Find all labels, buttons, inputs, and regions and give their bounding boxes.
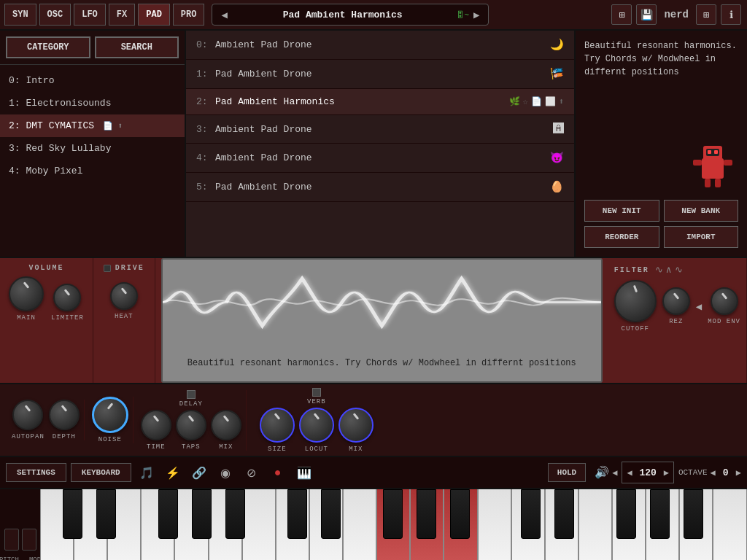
main-knob[interactable]	[9, 276, 44, 311]
filter-arrow[interactable]: ◀	[696, 300, 702, 313]
piano-icon[interactable]: 🎹	[293, 466, 315, 480]
size-knob[interactable]	[260, 408, 295, 443]
verb-mix-label: MIX	[349, 446, 363, 453]
list-item[interactable]: 4: Ambient Pad Drone 😈	[186, 144, 574, 173]
octave-decrease[interactable]: ◀	[711, 467, 716, 478]
noise-knob[interactable]	[92, 397, 128, 433]
apps-icon[interactable]: ⊞	[696, 4, 716, 25]
grid-icon[interactable]: ⊞	[611, 4, 632, 25]
nav-osc[interactable]: OSC	[39, 4, 71, 26]
search-button[interactable]: SEARCH	[95, 36, 179, 58]
key-fs3[interactable]	[383, 489, 403, 539]
key-fs4[interactable]	[616, 489, 636, 539]
link-icon[interactable]: 🔗	[188, 466, 210, 480]
taps-knob[interactable]	[176, 410, 206, 440]
key-ds4[interactable]	[554, 489, 574, 539]
key-as3[interactable]	[450, 489, 470, 539]
time-knob[interactable]	[141, 410, 171, 440]
nav-fx[interactable]: FX	[109, 4, 135, 26]
mod-control[interactable]	[22, 529, 36, 551]
heat-knob[interactable]	[110, 282, 138, 310]
depth-knob[interactable]	[49, 400, 80, 430]
list-item[interactable]: 3: Ambient Pad Drone 🅰	[186, 115, 574, 144]
nav-pro[interactable]: PRO	[173, 4, 205, 26]
settings-button[interactable]: SETTINGS	[6, 463, 66, 482]
list-item[interactable]: 1: Pad Ambient Drone 🎏	[186, 60, 574, 89]
rez-knob[interactable]	[662, 287, 690, 315]
key-e3[interactable]	[343, 489, 376, 560]
preset-next-arrow[interactable]: ▶	[469, 9, 484, 21]
new-init-button[interactable]: NEW INIT	[584, 200, 659, 222]
key-e4[interactable]	[578, 489, 612, 560]
new-bank-button[interactable]: NEW BANK	[664, 200, 739, 222]
key-gs4[interactable]	[650, 489, 670, 539]
slash-icon[interactable]: ⊘	[241, 466, 263, 480]
filter-type-selector: ∿ ∧ ∿	[655, 264, 683, 276]
delay-led[interactable]	[187, 390, 196, 399]
list-item[interactable]: 5: Pad Ambient Drone 🥚	[186, 173, 574, 202]
nav-syn[interactable]: SYN	[4, 4, 36, 26]
list-item-active[interactable]: 2: Pad Ambient Harmonics 🌿 ☆ 📄 ⬜ ⬆	[186, 89, 574, 115]
info-icon[interactable]: ℹ	[721, 4, 741, 25]
mix-label: MIX	[219, 443, 233, 451]
sidebar-item-moby[interactable]: 4: Moby Pixel	[0, 160, 185, 182]
key-fs2[interactable]	[158, 489, 178, 539]
lowpass-icon[interactable]: ∿	[655, 264, 663, 276]
modenv-knob[interactable]	[711, 287, 738, 315]
octave-increase[interactable]: ▶	[736, 467, 741, 478]
key-as2[interactable]	[225, 489, 245, 539]
key-ds2[interactable]	[96, 489, 116, 539]
key-ds3[interactable]	[321, 489, 341, 539]
sidebar-item-redsky[interactable]: 3: Red Sky Lullaby	[0, 137, 185, 160]
circle-icon[interactable]: ◉	[214, 466, 236, 480]
bpm-decrease[interactable]: ◀	[627, 467, 632, 478]
autopan-knob[interactable]	[12, 400, 43, 430]
limiter-knob[interactable]	[53, 284, 81, 311]
list-item[interactable]: 0: Ambient Pad Drone 🌙	[186, 31, 574, 60]
preset-list: 0: Ambient Pad Drone 🌙 1: Pad Ambient Dr…	[186, 31, 576, 257]
hold-button[interactable]: HOLD	[548, 463, 586, 482]
key-b2[interactable]	[242, 489, 276, 560]
key-gs2[interactable]	[192, 489, 212, 539]
key-b4[interactable]	[713, 489, 746, 560]
record-icon[interactable]: ●	[267, 466, 289, 479]
sidebar-item-electronisounds[interactable]: 1: Electronisounds	[0, 92, 185, 114]
preset-prev-arrow[interactable]: ◀	[217, 9, 231, 21]
bpm-increase[interactable]: ▶	[664, 467, 669, 478]
speaker-icon[interactable]: 🔊	[595, 465, 609, 480]
key-cs3[interactable]	[287, 489, 307, 539]
locut-knob[interactable]	[299, 408, 334, 443]
keyboard-button[interactable]: KEYBOARD	[71, 463, 131, 482]
preset-name-display: Pad Ambient Harmonics	[232, 9, 454, 20]
key-b3[interactable]	[478, 489, 511, 560]
key-cs2[interactable]	[63, 489, 82, 539]
category-button[interactable]: CATEGORY	[6, 36, 90, 58]
sidebar-item-intro[interactable]: 0: Intro	[0, 69, 185, 92]
midi-icon[interactable]: 🎵	[136, 466, 158, 480]
sidebar-item-dmt[interactable]: 2: DMT CYMATICS 📄 ⬆	[0, 114, 185, 137]
verb-mix-knob[interactable]	[338, 408, 374, 443]
key-cs4[interactable]	[521, 489, 541, 539]
key-as4[interactable]	[684, 489, 703, 539]
mix-knob[interactable]	[211, 410, 241, 440]
key-gs3[interactable]	[417, 489, 436, 539]
save-icon[interactable]: 💾	[636, 4, 657, 25]
speaker-arrow-left[interactable]: ◀	[612, 467, 617, 478]
filter-title: FILTER	[614, 266, 649, 274]
info-panel: Beautiful resonant harmonics. Try Chords…	[576, 31, 747, 257]
taps-knob-group: TAPS	[176, 410, 206, 451]
cutoff-knob[interactable]	[614, 280, 657, 322]
highpass-icon[interactable]: ∿	[675, 264, 683, 276]
reorder-button[interactable]: REORDER	[584, 226, 659, 248]
drive-led[interactable]	[104, 265, 111, 272]
verb-led[interactable]	[312, 388, 321, 397]
svg-rect-5	[705, 179, 711, 187]
bluetooth-icon[interactable]: ⚡	[162, 466, 184, 480]
bottom-control-bar: SETTINGS KEYBOARD 🎵 ⚡ 🔗 ◉ ⊘ ● 🎹 HOLD 🔊 ◀…	[0, 457, 747, 489]
pitch-control[interactable]	[4, 529, 19, 551]
import-button[interactable]: IMPORT	[664, 226, 739, 248]
nav-lfo[interactable]: LFO	[74, 4, 106, 26]
bandpass-icon[interactable]: ∧	[666, 264, 672, 276]
nav-pad[interactable]: PAD	[138, 4, 170, 26]
size-label: SIZE	[268, 446, 287, 453]
